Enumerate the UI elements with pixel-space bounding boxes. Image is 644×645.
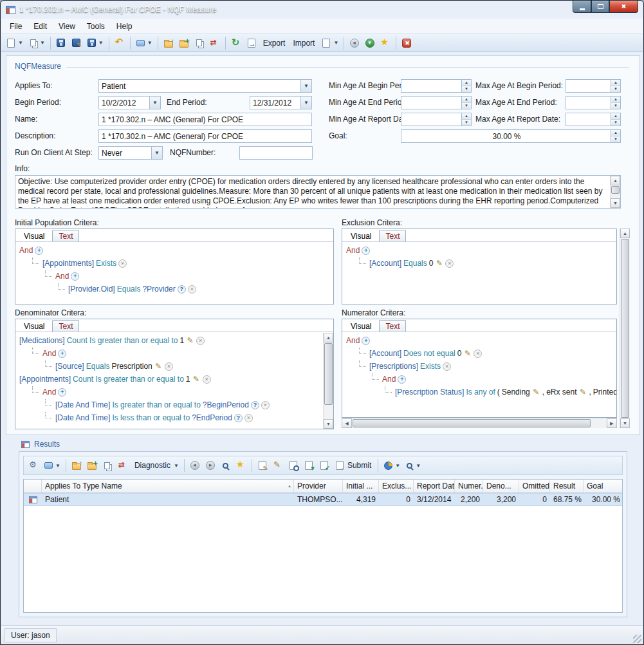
min-age-end-input[interactable]: ▲▼ <box>401 96 472 109</box>
minimize-button[interactable] <box>573 1 591 13</box>
scroll-down-icon[interactable]: ▼ <box>611 198 620 208</box>
max-age-report-spinner[interactable]: ▲▼ <box>611 113 620 126</box>
denominator-scrollbar[interactable]: ▲ ▼ <box>323 333 333 429</box>
criteria-term-param[interactable]: ?BeginPeriod <box>203 400 249 409</box>
previous-button[interactable] <box>188 458 202 472</box>
criteria-term-op[interactable]: Is any of <box>466 388 495 397</box>
import-button[interactable]: Import <box>290 36 318 50</box>
criteria-term-and[interactable]: And <box>382 375 396 384</box>
run-on-client-select[interactable]: Never ▼ <box>98 146 163 160</box>
criteria-term-val[interactable]: Prescription <box>111 362 152 371</box>
add-folder-button[interactable] <box>177 36 191 50</box>
open-folder-button[interactable] <box>161 36 176 50</box>
undo-button[interactable] <box>113 36 127 50</box>
save-options-button[interactable]: ▼ <box>85 36 106 50</box>
begin-period-picker[interactable]: 10/2/2012 ▼ <box>98 96 161 109</box>
name-input[interactable]: 1 *170.302.n – AMC (General) For CPOE <box>98 113 312 126</box>
criteria-term-field[interactable]: [Date And Time] <box>55 413 110 422</box>
copy-button[interactable] <box>192 36 207 50</box>
open-folder-button[interactable] <box>69 458 84 472</box>
criteria-term-val[interactable]: ( <box>497 388 500 397</box>
menu-help[interactable]: Help <box>111 19 138 33</box>
table-row[interactable]: PatientTHOMPSO...4,31903/12/20142,2003,2… <box>24 493 622 506</box>
previous-button[interactable] <box>347 36 362 50</box>
min-age-begin-spinner[interactable]: ▲▼ <box>461 80 471 92</box>
form-vscrollbar[interactable]: ▲ ▼ <box>620 229 630 428</box>
paste-button[interactable]: ▼ <box>26 36 47 50</box>
comments-button[interactable]: ▼ <box>134 36 154 50</box>
column-header-result[interactable]: Result <box>550 480 584 492</box>
edit-icon[interactable]: ✎ <box>579 388 587 397</box>
criteria-term-field[interactable]: [Prescriptions] <box>369 362 418 371</box>
end-period-dropdown-icon[interactable]: ▼ <box>300 97 311 109</box>
scroll-thumb[interactable] <box>353 419 591 427</box>
criteria-term-field[interactable]: [Appointments] <box>19 375 71 384</box>
criteria-term-and[interactable]: And <box>19 246 33 255</box>
criteria-term-val[interactable]: 0 <box>429 259 434 268</box>
add-folder-button[interactable] <box>85 458 99 472</box>
menu-tools[interactable]: Tools <box>81 19 111 33</box>
delete-icon[interactable]: × <box>188 285 196 294</box>
tab-visual[interactable]: Visual <box>18 230 50 241</box>
resize-grip[interactable] <box>633 635 641 643</box>
end-period-picker[interactable]: 12/31/2012 ▼ <box>250 96 312 109</box>
scroll-thumb[interactable] <box>324 343 333 405</box>
criteria-term-val[interactable]: 1 <box>179 336 184 345</box>
max-age-begin-spinner[interactable]: ▲▼ <box>611 80 620 92</box>
tab-visual[interactable]: Visual <box>345 321 377 332</box>
criteria-term-val[interactable]: 1 <box>186 375 190 384</box>
begin-period-dropdown-icon[interactable]: ▼ <box>149 97 160 109</box>
reports-button[interactable]: ▼ <box>382 458 402 472</box>
find-button[interactable]: ▼ <box>403 458 423 472</box>
description-input[interactable]: 1 *170.302.n – AMC (General) For CPOE <box>98 129 312 143</box>
save-as-button[interactable] <box>69 36 84 50</box>
scroll-thumb[interactable] <box>611 186 620 194</box>
criteria-term-field[interactable]: [Source] <box>55 362 84 371</box>
add-icon[interactable]: + <box>35 247 43 255</box>
criteria-term-op[interactable]: Count Is greater than or equal to <box>73 375 184 384</box>
criteria-term-field[interactable]: [Provider.Oid] <box>68 285 115 294</box>
tab-visual[interactable]: Visual <box>345 230 377 241</box>
criteria-term-val[interactable]: Sending <box>502 388 530 397</box>
min-age-end-spinner[interactable]: ▲▼ <box>461 97 471 109</box>
maximize-button[interactable] <box>591 1 609 13</box>
check-out-button[interactable] <box>317 458 331 472</box>
close-record-button[interactable] <box>400 36 414 50</box>
max-age-end-input[interactable]: ▲▼ <box>566 96 621 109</box>
scroll-up-icon[interactable]: ▲ <box>620 229 630 238</box>
add-icon[interactable]: + <box>362 247 370 255</box>
delete-icon[interactable]: × <box>445 259 454 268</box>
next-button[interactable] <box>203 458 217 472</box>
search-button[interactable] <box>219 458 233 472</box>
numerator-hscrollbar[interactable]: ◀ ▶ <box>342 418 617 428</box>
criteria-term-val[interactable]: 0 <box>457 349 462 358</box>
column-header-initial[interactable]: Initial ... <box>343 480 379 492</box>
info-scrollbar[interactable]: ▲ ▼ <box>610 176 620 208</box>
sync-button[interactable] <box>116 458 130 472</box>
title-bar[interactable]: 1 *170.302.n – AMC (General) For CPOE - … <box>1 1 643 19</box>
favorites-button[interactable] <box>234 458 248 472</box>
criteria-term-field[interactable]: [Medications] <box>19 336 65 345</box>
criteria-term-op[interactable]: Count Is greater than or equal to <box>67 336 178 345</box>
menu-view[interactable]: View <box>53 19 81 33</box>
min-age-begin-input[interactable]: ▲▼ <box>401 79 472 93</box>
column-header-provider[interactable]: Provider <box>294 480 343 492</box>
scroll-thumb[interactable] <box>621 239 629 418</box>
menu-file[interactable]: File <box>4 19 28 33</box>
param-icon[interactable]: ? <box>178 285 186 294</box>
criteria-term-op[interactable]: Does not equal <box>403 349 455 358</box>
delete-icon[interactable]: × <box>165 362 173 371</box>
scroll-left-icon[interactable]: ◀ <box>342 418 352 428</box>
criteria-term-and[interactable]: And <box>42 388 56 397</box>
criteria-term-val[interactable]: eRx sent <box>546 388 576 397</box>
param-icon[interactable]: ? <box>251 401 259 409</box>
tools-button[interactable] <box>26 458 41 472</box>
column-header-applies-to-type-name[interactable]: Applies To Type Name <box>42 480 294 492</box>
refresh-button[interactable] <box>229 36 243 50</box>
criteria-term-and[interactable]: And <box>346 336 360 345</box>
nqf-number-input[interactable] <box>239 146 313 160</box>
tab-text[interactable]: Text <box>379 320 406 332</box>
criteria-term-field[interactable]: [Appointments] <box>42 259 94 268</box>
column-header-report-date[interactable]: Report Date <box>414 480 455 492</box>
edit-icon[interactable]: ✎ <box>186 337 194 345</box>
